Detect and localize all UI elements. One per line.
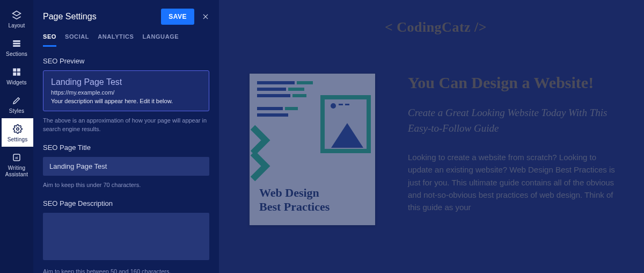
rail-item-styles[interactable]: Styles [0, 90, 33, 118]
rail-label: Widgets [6, 80, 27, 85]
svg-rect-6 [13, 73, 16, 76]
rail-label: Styles [9, 108, 24, 114]
rail-item-widgets[interactable]: Widgets [0, 61, 33, 90]
svg-rect-1 [13, 40, 20, 42]
ai-icon: ai [11, 152, 22, 163]
book-title: Web Design Best Practices [259, 186, 330, 213]
site-copy: You Can Design a Website! Create a Great… [408, 73, 623, 213]
layers-icon [11, 10, 22, 20]
tab-analytics[interactable]: ANALYTICS [98, 33, 134, 47]
tab-language[interactable]: LANGUAGE [143, 33, 179, 47]
svg-rect-27 [345, 104, 349, 105]
svg-rect-2 [13, 43, 20, 45]
svg-rect-21 [292, 94, 306, 97]
seo-desc-textarea[interactable] [43, 213, 209, 260]
settings-scroll[interactable]: SEO Preview Landing Page Test https://my… [33, 47, 219, 273]
rail-item-settings[interactable]: Settings [0, 118, 33, 147]
canvas-preview[interactable]: < CodingCatz /> [219, 0, 644, 273]
book-cover: Web Design Best Practices [249, 73, 376, 226]
svg-point-8 [16, 128, 19, 131]
svg-rect-5 [17, 68, 20, 71]
seo-preview-url: https://my.example.com/ [51, 89, 201, 96]
rail-label: Writing Assistant [0, 165, 33, 178]
rail-label: Sections [6, 51, 27, 57]
rail-item-layout[interactable]: Layout [0, 4, 33, 33]
svg-point-25 [331, 103, 336, 109]
gear-icon [12, 124, 23, 134]
left-nav-rail: Layout Sections Widgets Styles Settings … [0, 0, 33, 273]
svg-text:ai: ai [15, 156, 18, 160]
svg-rect-26 [339, 104, 343, 105]
svg-rect-15 [257, 88, 286, 91]
svg-rect-17 [257, 107, 283, 110]
rail-item-writing-assistant[interactable]: ai Writing Assistant [0, 147, 33, 182]
seo-title-label: SEO Page Title [43, 143, 209, 152]
seo-title-hint: Aim to keep this under 70 characters. [43, 181, 209, 190]
close-icon[interactable] [202, 13, 209, 20]
seo-preview-box: Landing Page Test https://my.example.com… [43, 70, 209, 111]
brush-icon [11, 95, 22, 106]
seo-preview-label: SEO Preview [43, 57, 209, 65]
seo-preview-desc: Your description will appear here. Edit … [51, 98, 201, 104]
svg-marker-0 [13, 11, 21, 16]
svg-rect-14 [257, 81, 295, 84]
rail-label: Layout [8, 23, 25, 28]
site-brand: < CodingCatz /> [249, 19, 623, 35]
settings-tabs: SEO SOCIAL ANALYTICS LANGUAGE [33, 30, 219, 47]
svg-rect-16 [257, 94, 290, 97]
seo-preview-hint: The above is an approximation of how you… [43, 117, 209, 134]
svg-rect-3 [13, 45, 20, 47]
rail-label: Settings [8, 136, 28, 142]
seo-desc-hint: Aim to keep this between 50 and 160 char… [43, 268, 209, 273]
seo-preview-title: Landing Page Test [51, 77, 201, 87]
site-content: < CodingCatz /> [219, 0, 644, 273]
rail-item-sections[interactable]: Sections [0, 33, 33, 61]
site-body: Looking to create a website from scratch… [408, 151, 623, 213]
svg-rect-18 [257, 113, 288, 117]
svg-rect-20 [288, 88, 304, 91]
svg-rect-7 [17, 73, 20, 76]
svg-rect-19 [297, 81, 313, 84]
sections-icon [11, 38, 22, 49]
seo-title-input[interactable] [43, 157, 209, 176]
tab-seo[interactable]: SEO [43, 33, 56, 47]
seo-desc-label: SEO Page Description [43, 199, 209, 207]
panel-title: Page Settings [43, 12, 161, 21]
site-headline: You Can Design a Website! [408, 73, 623, 92]
svg-rect-4 [13, 68, 16, 71]
widgets-icon [11, 67, 22, 77]
save-button[interactable]: SAVE [161, 9, 194, 25]
settings-panel: Page Settings SAVE SEO SOCIAL ANALYTICS … [33, 0, 219, 273]
svg-rect-22 [285, 107, 298, 110]
panel-header: Page Settings SAVE [33, 0, 219, 30]
tab-social[interactable]: SOCIAL [65, 33, 89, 47]
site-subhead: Create a Great Looking Website Today Wit… [408, 105, 623, 136]
